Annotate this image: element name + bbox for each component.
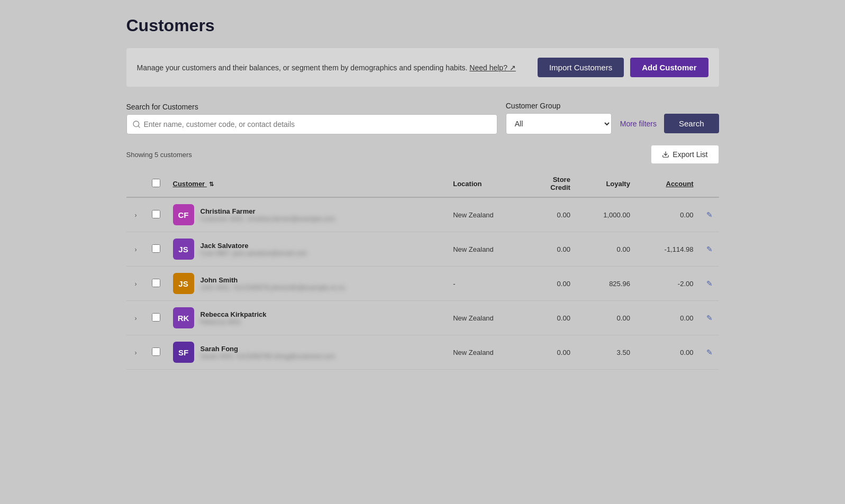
loyalty-cell-1: 0.00	[577, 232, 637, 267]
customer-group-select[interactable]: All	[506, 113, 612, 134]
table-header: Customer ⇅ Location Store Credit Loyalty…	[126, 170, 719, 197]
customer-details-1: Jack Salvatore Cust #887: jack.salvatore…	[201, 242, 307, 257]
table-row: › SF Sarah Fong Sarah #002: 0123456789 s…	[126, 335, 719, 370]
store-credit-cell-1: 0.00	[528, 232, 577, 267]
row-expand-0[interactable]: ›	[126, 197, 146, 232]
store-credit-col-header: Store Credit	[528, 170, 577, 197]
edit-icon-0[interactable]: ✎	[706, 210, 713, 219]
customer-name-3[interactable]: Rebecca Kirkpatrick	[201, 310, 267, 318]
edit-cell-4: ✎	[700, 335, 719, 370]
customer-name-4[interactable]: Sarah Fong	[201, 345, 335, 353]
top-bar-description: Manage your customers and their balances…	[137, 63, 516, 72]
customer-sub-2: John #001: 0112345678 johnsmith@example.…	[201, 284, 346, 291]
select-all-checkbox[interactable]	[152, 179, 160, 187]
avatar-0: CF	[173, 204, 194, 225]
avatar-2: JS	[173, 273, 194, 294]
customer-details-2: John Smith John #001: 0112345678 johnsmi…	[201, 276, 346, 291]
customer-cell-1: JS Jack Salvatore Cust #887: jack.salvat…	[167, 232, 447, 267]
edit-cell-1: ✎	[700, 232, 719, 267]
customer-name-2[interactable]: John Smith	[201, 276, 346, 284]
customer-details-4: Sarah Fong Sarah #002: 0123456789 sfong@…	[201, 345, 335, 360]
location-col-header: Location	[447, 170, 527, 197]
top-bar: Manage your customers and their balances…	[126, 48, 719, 87]
customer-col-header[interactable]: Customer ⇅	[167, 170, 447, 197]
account-cell-2: -2.00	[637, 267, 700, 301]
row-checkbox-3[interactable]	[152, 313, 160, 322]
table-row: › RK Rebecca Kirkpatrick Rebecca #001 Ne…	[126, 301, 719, 335]
page-title: Customers	[126, 16, 719, 35]
account-col-header[interactable]: Account	[637, 170, 700, 197]
location-cell-2: -	[447, 267, 527, 301]
store-credit-cell-3: 0.00	[528, 301, 577, 335]
search-input[interactable]	[144, 115, 492, 134]
customer-details-3: Rebecca Kirkpatrick Rebecca #001	[201, 310, 267, 326]
customer-name-1[interactable]: Jack Salvatore	[201, 242, 307, 250]
loyalty-col-header: Loyalty	[577, 170, 637, 197]
edit-cell-3: ✎	[700, 301, 719, 335]
store-credit-cell-2: 0.00	[528, 267, 577, 301]
location-cell-1: New Zealand	[447, 232, 527, 267]
expand-icon-0[interactable]: ›	[133, 212, 139, 219]
export-list-button[interactable]: Export List	[651, 145, 719, 164]
avatar-3: RK	[173, 307, 194, 328]
expand-icon-1[interactable]: ›	[133, 246, 139, 253]
row-checkbox-2[interactable]	[152, 279, 160, 287]
customer-sub-4: Sarah #002: 0123456789 sfong@customer.co…	[201, 353, 335, 360]
download-icon	[662, 151, 669, 158]
action-col-header	[700, 170, 719, 197]
sort-icon: ⇅	[209, 181, 214, 188]
customer-sub-0: Customer #001: christina.farmer@example.…	[201, 215, 335, 223]
showing-count: Showing 5 customers	[126, 151, 192, 159]
edit-icon-3[interactable]: ✎	[706, 314, 713, 322]
row-checkbox-0[interactable]	[152, 210, 160, 218]
table-row: › JS John Smith John #001: 0112345678 jo…	[126, 267, 719, 301]
row-expand-4[interactable]: ›	[126, 335, 146, 370]
add-customer-button[interactable]: Add Customer	[630, 58, 708, 77]
search-label: Search for Customers	[126, 103, 497, 111]
location-cell-0: New Zealand	[447, 197, 527, 232]
row-checkbox-cell-3	[146, 301, 167, 335]
expand-icon-3[interactable]: ›	[133, 315, 139, 322]
location-cell-3: New Zealand	[447, 301, 527, 335]
customer-cell-0: CF Christina Farmer Customer #001: chris…	[167, 197, 447, 232]
search-input-wrapper	[126, 114, 497, 134]
account-cell-3: 0.00	[637, 301, 700, 335]
customer-sub-3: Rebecca #001	[201, 318, 267, 326]
account-cell-4: 0.00	[637, 335, 700, 370]
expand-icon-4[interactable]: ›	[133, 349, 139, 356]
more-filters-button[interactable]: More filters	[620, 120, 657, 128]
row-checkbox-cell-2	[146, 267, 167, 301]
row-checkbox-cell-0	[146, 197, 167, 232]
edit-cell-2: ✎	[700, 267, 719, 301]
row-expand-3[interactable]: ›	[126, 301, 146, 335]
store-credit-cell-4: 0.00	[528, 335, 577, 370]
search-icon	[132, 120, 141, 129]
help-link[interactable]: Need help? ↗	[469, 63, 516, 72]
edit-icon-4[interactable]: ✎	[706, 348, 713, 356]
row-checkbox-cell-1	[146, 232, 167, 267]
loyalty-cell-3: 0.00	[577, 301, 637, 335]
loyalty-cell-2: 825.96	[577, 267, 637, 301]
customer-name-0[interactable]: Christina Farmer	[201, 207, 335, 215]
list-header: Showing 5 customers Export List	[126, 145, 719, 164]
avatar-4: SF	[173, 342, 194, 363]
table-row: › JS Jack Salvatore Cust #887: jack.salv…	[126, 232, 719, 267]
customer-cell-3: RK Rebecca Kirkpatrick Rebecca #001	[167, 301, 447, 335]
edit-icon-1[interactable]: ✎	[706, 245, 713, 253]
row-expand-1[interactable]: ›	[126, 232, 146, 267]
edit-cell-0: ✎	[700, 197, 719, 232]
loyalty-cell-4: 3.50	[577, 335, 637, 370]
row-checkbox-1[interactable]	[152, 244, 160, 253]
avatar-1: JS	[173, 239, 194, 260]
row-checkbox-cell-4	[146, 335, 167, 370]
row-expand-2[interactable]: ›	[126, 267, 146, 301]
edit-icon-2[interactable]: ✎	[706, 279, 713, 288]
customer-details-0: Christina Farmer Customer #001: christin…	[201, 207, 335, 223]
row-checkbox-4[interactable]	[152, 347, 160, 356]
location-cell-4: New Zealand	[447, 335, 527, 370]
account-cell-0: 0.00	[637, 197, 700, 232]
expand-icon-2[interactable]: ›	[133, 280, 139, 288]
import-customers-button[interactable]: Import Customers	[538, 58, 624, 77]
customer-table: Customer ⇅ Location Store Credit Loyalty…	[126, 170, 719, 370]
search-button[interactable]: Search	[664, 114, 719, 133]
